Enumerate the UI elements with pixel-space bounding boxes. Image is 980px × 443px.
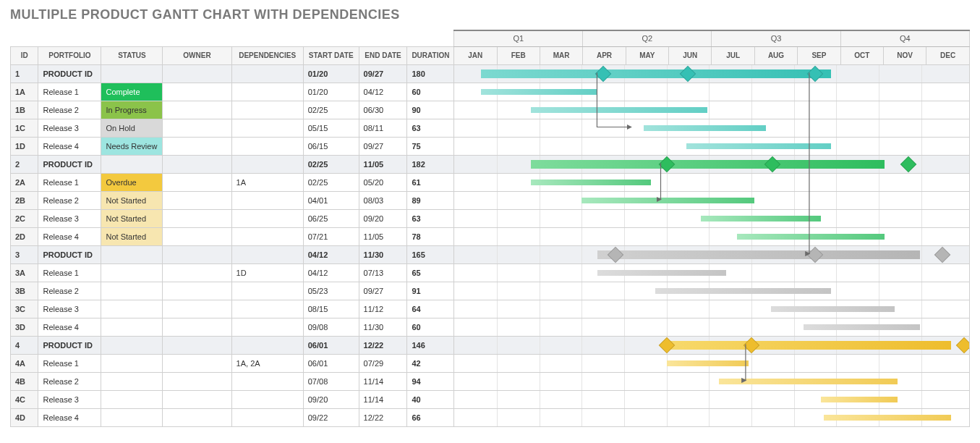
cell-end[interactable]: 11/12 [359, 300, 407, 318]
cell-owner[interactable] [163, 263, 231, 282]
rowhead[interactable]: 1C [11, 119, 38, 137]
cell-portfolio[interactable]: Release 4 [38, 227, 101, 245]
milestone-diamond[interactable] [807, 246, 824, 263]
cell-end[interactable]: 09/20 [359, 209, 407, 227]
cell-owner[interactable] [163, 155, 231, 173]
cell-status[interactable] [101, 354, 163, 372]
cell-start[interactable]: 01/20 [303, 64, 359, 83]
rowhead[interactable]: 4D [11, 408, 38, 426]
table-row[interactable]: 2ARelease 1Overdue1A02/2505/2061 [11, 173, 970, 191]
cell-deps[interactable] [231, 408, 303, 426]
rowhead[interactable]: 1 [11, 64, 38, 83]
cell-owner[interactable] [163, 336, 231, 354]
cell-portfolio[interactable]: PRODUCT ID [38, 336, 101, 354]
cell-deps[interactable]: 1A, 2A [231, 354, 303, 372]
cell-deps[interactable]: 1D [231, 263, 303, 282]
gantt-bar[interactable] [719, 379, 898, 384]
cell-duration[interactable]: 63 [407, 209, 454, 227]
gantt-bar[interactable] [737, 234, 884, 240]
cell-start[interactable]: 02/25 [303, 173, 359, 191]
cell-deps[interactable] [231, 318, 303, 336]
cell-portfolio[interactable]: Release 4 [38, 318, 101, 336]
cell-status[interactable]: Not Started [101, 227, 163, 245]
gantt-bar[interactable] [531, 107, 708, 113]
cell-deps[interactable] [231, 372, 303, 390]
cell-deps[interactable] [231, 155, 303, 173]
gantt-bar[interactable] [701, 216, 821, 222]
cell-end[interactable]: 11/30 [359, 318, 407, 336]
cell-owner[interactable] [163, 408, 231, 426]
cell-deps[interactable] [231, 191, 303, 209]
rowhead[interactable]: 3B [11, 282, 38, 300]
cell-portfolio[interactable]: Release 2 [38, 101, 101, 119]
milestone-diamond[interactable] [658, 337, 675, 353]
rowhead[interactable]: 3A [11, 263, 38, 282]
rowhead[interactable]: 1A [11, 83, 38, 101]
cell-owner[interactable] [163, 173, 231, 191]
milestone-diamond[interactable] [743, 337, 760, 353]
cell-portfolio[interactable]: PRODUCT ID [38, 155, 101, 173]
cell-start[interactable]: 01/20 [303, 83, 359, 101]
cell-start[interactable]: 02/25 [303, 101, 359, 119]
cell-owner[interactable] [163, 101, 231, 119]
gantt-bar[interactable] [771, 306, 894, 312]
cell-status[interactable] [101, 300, 163, 318]
table-row[interactable]: 4CRelease 309/2011/1440 [11, 390, 970, 408]
cell-deps[interactable] [231, 336, 303, 354]
cell-start[interactable]: 09/20 [303, 390, 359, 408]
cell-portfolio[interactable]: Release 4 [38, 408, 101, 426]
rowhead[interactable]: 1B [11, 101, 38, 119]
cell-status[interactable]: Needs Review [101, 137, 163, 155]
rowhead[interactable]: 2B [11, 191, 38, 209]
cell-end[interactable]: 12/22 [359, 408, 407, 426]
cell-status[interactable] [101, 282, 163, 300]
rowhead[interactable]: 2A [11, 173, 38, 191]
cell-deps[interactable] [231, 83, 303, 101]
cell-status[interactable] [101, 155, 163, 173]
gantt-bar[interactable] [481, 69, 830, 78]
table-row[interactable]: 2BRelease 2Not Started04/0108/0389 [11, 191, 970, 209]
cell-duration[interactable]: 65 [407, 263, 454, 282]
col-start[interactable]: START DATE [303, 46, 359, 64]
cell-owner[interactable] [163, 209, 231, 227]
cell-duration[interactable]: 61 [407, 173, 454, 191]
rowhead[interactable]: 3D [11, 318, 38, 336]
gantt-bar[interactable] [597, 270, 726, 276]
cell-portfolio[interactable]: Release 1 [38, 354, 101, 372]
rowhead[interactable]: 4 [11, 336, 38, 354]
cell-start[interactable]: 04/12 [303, 245, 359, 263]
table-row[interactable]: 1BRelease 2In Progress02/2506/3090 [11, 101, 970, 119]
milestone-diamond[interactable] [764, 156, 781, 172]
cell-start[interactable]: 05/15 [303, 119, 359, 137]
cell-status[interactable] [101, 372, 163, 390]
rowhead[interactable]: 3C [11, 300, 38, 318]
col-end[interactable]: END DATE [359, 46, 407, 64]
cell-duration[interactable]: 60 [407, 83, 454, 101]
milestone-diamond[interactable] [900, 156, 917, 172]
gantt-bar[interactable] [531, 180, 651, 185]
gantt-bar[interactable] [667, 360, 749, 366]
cell-owner[interactable] [163, 191, 231, 209]
cell-deps[interactable] [231, 390, 303, 408]
cell-owner[interactable] [163, 83, 231, 101]
cell-start[interactable]: 06/15 [303, 137, 359, 155]
cell-status[interactable]: In Progress [101, 101, 163, 119]
cell-start[interactable]: 06/01 [303, 354, 359, 372]
cell-duration[interactable]: 90 [407, 101, 454, 119]
cell-deps[interactable] [231, 137, 303, 155]
rowhead[interactable]: 4B [11, 372, 38, 390]
table-row[interactable]: 4DRelease 409/2212/2266 [11, 408, 970, 426]
table-row[interactable]: 1PRODUCT ID01/2009/27180 [11, 64, 970, 83]
col-dependencies[interactable]: DEPENDENCIES [231, 46, 303, 64]
table-row[interactable]: 3BRelease 205/2309/2791 [11, 282, 970, 300]
cell-duration[interactable]: 66 [407, 408, 454, 426]
cell-owner[interactable] [163, 390, 231, 408]
cell-duration[interactable]: 75 [407, 137, 454, 155]
table-row[interactable]: 2PRODUCT ID02/2511/05182 [11, 155, 970, 173]
table-row[interactable]: 1CRelease 3On Hold05/1508/1163 [11, 119, 970, 137]
cell-owner[interactable] [163, 245, 231, 263]
cell-duration[interactable]: 94 [407, 372, 454, 390]
col-owner[interactable]: OWNER [163, 46, 231, 64]
cell-portfolio[interactable]: Release 1 [38, 173, 101, 191]
cell-deps[interactable] [231, 64, 303, 83]
